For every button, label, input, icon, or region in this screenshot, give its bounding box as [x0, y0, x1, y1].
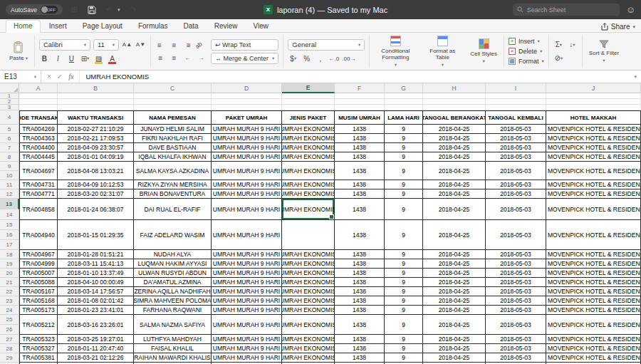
cell-E20[interactable]: UMRAH EKONOMIS — [282, 269, 335, 278]
cell-D25[interactable]: UMRAH MURAH 9 HARI — [212, 315, 282, 335]
cell-F19[interactable]: 1438 — [335, 259, 385, 269]
cell-A9[interactable]: TRA004697 — [19, 162, 58, 180]
cell-I19[interactable]: 2018-05-03 — [486, 259, 546, 269]
row-header-21[interactable]: 21 — [0, 278, 19, 287]
cell-G18[interactable]: 9 — [385, 250, 423, 259]
cell-A25[interactable]: TRA005212 — [19, 315, 58, 335]
cell-I29[interactable]: 2018-05-03 — [486, 353, 546, 363]
select-all-corner[interactable] — [0, 83, 19, 93]
cell-C24[interactable]: FARHANA RAQWANI — [134, 306, 212, 315]
col-header-A[interactable]: A — [19, 83, 58, 93]
cell-J13[interactable]: MOVENPICK HOTEL & RESIDENCE H — [546, 199, 641, 220]
cell-J22[interactable]: MOVENPICK HOTEL & RESIDENCE H — [546, 287, 641, 296]
cell-B8[interactable]: 2018-01-01 04:09:19 — [58, 152, 134, 162]
decrease-indent-icon[interactable]: ← — [182, 53, 193, 63]
cell-J21[interactable]: MOVENPICK HOTEL & RESIDENCE H — [546, 278, 641, 287]
cell-H12[interactable]: 2018-04-25 — [423, 189, 486, 199]
cell-A5[interactable]: TRA004269 — [19, 125, 58, 134]
autosum-icon[interactable]: Σ▾ — [553, 39, 564, 50]
cell-C29[interactable]: RAIHAN MAWARDI KHALIS — [134, 353, 212, 363]
cell-F25[interactable]: 1438 — [335, 315, 385, 335]
align-center-icon[interactable]: ≡ — [169, 40, 179, 51]
cell-G1[interactable] — [385, 93, 423, 99]
cell-G15[interactable]: 9 — [385, 220, 423, 250]
format-cells-button[interactable]: ▦ Format▾ — [509, 58, 544, 65]
cell-D1[interactable] — [212, 93, 282, 99]
cell-E1[interactable] — [282, 93, 335, 99]
cell-F24[interactable]: 1438 — [335, 306, 385, 315]
row-header-26[interactable]: 26 — [0, 325, 19, 335]
cell-E15[interactable] — [282, 220, 335, 250]
paste-button[interactable]: Paste ▾ — [7, 41, 30, 61]
fill-down-icon[interactable]: ↓▾ — [567, 39, 578, 50]
cell-H11[interactable]: 2018-04-25 — [423, 180, 486, 189]
cell-E24[interactable]: UMRAH EKONOMIS — [282, 306, 335, 315]
align-top-icon[interactable]: ≡ — [155, 53, 166, 63]
header-cell-C4[interactable]: NAMA PEMESAN — [134, 110, 212, 125]
cell-A19[interactable]: TRA004999 — [19, 259, 58, 269]
search-input[interactable] — [527, 6, 615, 14]
cell-B13[interactable]: 2018-01-24 06:38:07 — [58, 199, 134, 220]
number-format-select[interactable]: General▾ — [288, 39, 365, 51]
cell-E25[interactable]: UMRAH EKONOMIS — [282, 315, 335, 335]
cell-J19[interactable]: MOVENPICK HOTEL & RESIDENCE H — [546, 259, 641, 269]
cell-I11[interactable]: 2018-05-03 — [486, 180, 546, 189]
header-cell-D4[interactable]: PAKET UMRAH — [212, 110, 282, 125]
cell-H22[interactable]: 2018-04-25 — [423, 287, 486, 296]
conditional-formatting-button[interactable]: Conditional Formatting ▾ — [374, 36, 417, 68]
cell-B11[interactable]: 2018-04-09 10:12:53 — [58, 180, 134, 189]
cell-D8[interactable]: UMRAH MURAH 9 HARI — [212, 152, 282, 162]
insert-function-icon[interactable]: fx — [68, 73, 73, 80]
cell-A18[interactable]: TRA004967 — [19, 250, 58, 259]
cell-J15[interactable]: MOVENPICK HOTEL & RESIDENCE H — [546, 220, 641, 250]
cell-G5[interactable]: 9 — [385, 125, 423, 134]
cell-E2[interactable] — [282, 99, 335, 105]
cell-B15[interactable]: 2018-01-15 01:29:35 — [58, 220, 134, 250]
cell-A8[interactable]: TRA004445 — [19, 152, 58, 162]
align-middle-icon[interactable]: ≡ — [169, 53, 179, 63]
cell-G2[interactable] — [385, 99, 423, 105]
cell-C15[interactable]: FAIZ ADELARD WASIM — [134, 220, 212, 250]
cell-C23[interactable]: SIMRA MAHVEEN POLOMA — [134, 296, 212, 306]
cell-J20[interactable]: MOVENPICK HOTEL & RESIDENCE H — [546, 269, 641, 278]
cell-A3[interactable] — [19, 105, 58, 110]
row-header-5[interactable]: 5 — [0, 125, 19, 134]
cell-A29[interactable]: TRA005381 — [19, 353, 58, 363]
cell-E3[interactable] — [282, 105, 335, 110]
cell-G13[interactable]: 9 — [385, 199, 423, 220]
tab-review[interactable]: Review — [207, 21, 245, 32]
search-box[interactable] — [513, 4, 620, 16]
cell-D28[interactable]: UMRAH MURAH 9 HARI — [212, 344, 282, 353]
cell-A2[interactable] — [19, 99, 58, 105]
cell-H8[interactable]: 2018-04-25 — [423, 152, 486, 162]
cell-C1[interactable] — [134, 93, 212, 99]
cell-I23[interactable]: 2018-05-03 — [486, 296, 546, 306]
cell-J6[interactable]: MOVENPICK HOTEL & RESIDENCE H — [546, 134, 641, 143]
name-box[interactable]: E13 ▾ — [0, 71, 41, 83]
cell-D11[interactable]: UMRAH MURAH 9 HARI — [212, 180, 282, 189]
cell-C5[interactable]: JUNAYD HELMI SALIM — [134, 125, 212, 134]
row-header-22[interactable]: 22 — [0, 287, 19, 296]
cell-F28[interactable]: 1438 — [335, 344, 385, 353]
cell-H20[interactable]: 2018-04-25 — [423, 269, 486, 278]
cell-F29[interactable]: 1438 — [335, 353, 385, 363]
tab-data[interactable]: Data — [177, 21, 206, 32]
row-header-27[interactable]: 27 — [0, 335, 19, 344]
cell-C12[interactable]: BRIAN BONAVENTURA — [134, 189, 212, 199]
format-as-table-button[interactable]: Format as Table ▾ — [421, 36, 464, 68]
cell-J5[interactable]: MOVENPICK HOTEL & RESIDENCE H — [546, 125, 641, 134]
cell-D19[interactable]: UMRAH MURAH 9 HARI — [212, 259, 282, 269]
cell-E22[interactable]: UMRAH EKONOMIS — [282, 287, 335, 296]
cell-I12[interactable]: 2018-05-03 — [486, 189, 546, 199]
cell-F13[interactable]: 1438 — [335, 199, 385, 220]
cell-H5[interactable]: 2018-04-25 — [423, 125, 486, 134]
header-cell-J4[interactable]: HOTEL MAKKAH — [546, 110, 641, 125]
cell-G9[interactable]: 9 — [385, 162, 423, 180]
cell-E27[interactable]: UMRAH EKONOMIS — [282, 335, 335, 344]
cell-A15[interactable]: TRA004940 — [19, 220, 58, 250]
accept-entry-icon[interactable]: ✓ — [57, 73, 63, 80]
clear-icon[interactable]: ⊘▾ — [553, 53, 564, 63]
cell-H15[interactable]: 2018-04-25 — [423, 220, 486, 250]
cell-D13[interactable]: UMRAH MURAH 9 HARI — [212, 199, 282, 220]
cell-J2[interactable] — [546, 99, 641, 105]
